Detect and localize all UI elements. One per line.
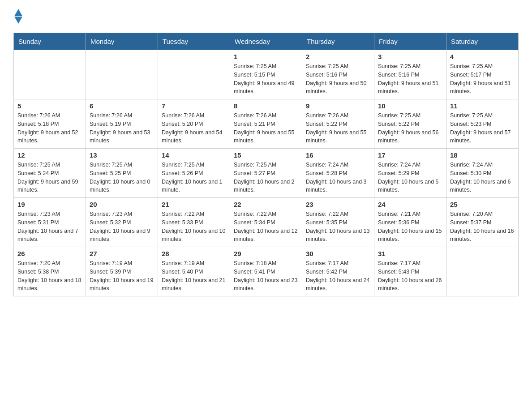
calendar-cell: 11Sunrise: 7:25 AMSunset: 5:23 PMDayligh… — [446, 99, 519, 149]
day-info: Sunrise: 7:26 AMSunset: 5:19 PMDaylight:… — [90, 111, 154, 145]
day-info: Sunrise: 7:20 AMSunset: 5:37 PMDaylight:… — [450, 210, 515, 244]
day-number: 8 — [234, 102, 298, 110]
calendar-cell: 20Sunrise: 7:23 AMSunset: 5:32 PMDayligh… — [86, 198, 158, 247]
day-info: Sunrise: 7:17 AMSunset: 5:43 PMDaylight:… — [378, 259, 442, 293]
calendar-cell: 18Sunrise: 7:24 AMSunset: 5:30 PMDayligh… — [446, 149, 519, 198]
calendar-cell: 7Sunrise: 7:26 AMSunset: 5:20 PMDaylight… — [158, 99, 230, 149]
day-info: Sunrise: 7:25 AMSunset: 5:26 PMDaylight:… — [162, 161, 226, 194]
calendar-cell: 22Sunrise: 7:22 AMSunset: 5:34 PMDayligh… — [230, 198, 302, 247]
calendar-table: SundayMondayTuesdayWednesdayThursdayFrid… — [13, 33, 519, 296]
day-number: 3 — [378, 53, 442, 60]
day-number: 25 — [450, 201, 515, 208]
day-of-week-header: Friday — [374, 33, 446, 50]
calendar-cell: 17Sunrise: 7:24 AMSunset: 5:29 PMDayligh… — [374, 149, 446, 198]
day-of-week-header: Tuesday — [158, 33, 230, 50]
day-info: Sunrise: 7:24 AMSunset: 5:28 PMDaylight:… — [306, 161, 370, 194]
day-number: 24 — [378, 201, 442, 208]
calendar-cell: 25Sunrise: 7:20 AMSunset: 5:37 PMDayligh… — [446, 198, 519, 247]
day-of-week-header: Wednesday — [230, 33, 302, 50]
calendar-cell: 3Sunrise: 7:25 AMSunset: 5:16 PMDaylight… — [374, 50, 446, 99]
calendar-week-row: 19Sunrise: 7:23 AMSunset: 5:31 PMDayligh… — [14, 198, 519, 247]
calendar-cell: 9Sunrise: 7:26 AMSunset: 5:22 PMDaylight… — [302, 99, 374, 149]
day-number: 2 — [306, 53, 370, 60]
calendar-cell: 21Sunrise: 7:22 AMSunset: 5:33 PMDayligh… — [158, 198, 230, 247]
day-info: Sunrise: 7:25 AMSunset: 5:27 PMDaylight:… — [234, 161, 298, 194]
day-info: Sunrise: 7:21 AMSunset: 5:36 PMDaylight:… — [378, 210, 442, 244]
page-header — [13, 9, 519, 24]
calendar-cell: 29Sunrise: 7:18 AMSunset: 5:41 PMDayligh… — [230, 247, 302, 296]
calendar-cell: 30Sunrise: 7:17 AMSunset: 5:42 PMDayligh… — [302, 247, 374, 296]
day-info: Sunrise: 7:22 AMSunset: 5:35 PMDaylight:… — [306, 210, 370, 244]
day-info: Sunrise: 7:25 AMSunset: 5:16 PMDaylight:… — [378, 62, 442, 96]
day-info: Sunrise: 7:25 AMSunset: 5:25 PMDaylight:… — [90, 161, 154, 194]
calendar-cell: 28Sunrise: 7:19 AMSunset: 5:40 PMDayligh… — [158, 247, 230, 296]
calendar-cell — [86, 50, 158, 99]
day-info: Sunrise: 7:23 AMSunset: 5:32 PMDaylight:… — [90, 210, 154, 244]
logo — [13, 9, 22, 24]
day-number: 15 — [234, 151, 298, 159]
calendar-week-row: 1Sunrise: 7:25 AMSunset: 5:15 PMDaylight… — [14, 50, 519, 99]
day-number: 18 — [450, 151, 515, 159]
day-number: 29 — [234, 250, 298, 257]
calendar-header-row: SundayMondayTuesdayWednesdayThursdayFrid… — [14, 33, 519, 50]
day-number: 26 — [17, 250, 82, 257]
day-info: Sunrise: 7:25 AMSunset: 5:16 PMDaylight:… — [306, 62, 370, 96]
day-of-week-header: Saturday — [446, 33, 519, 50]
day-info: Sunrise: 7:26 AMSunset: 5:22 PMDaylight:… — [306, 111, 370, 145]
day-number: 30 — [306, 250, 370, 257]
day-number: 10 — [378, 102, 442, 110]
day-number: 16 — [306, 151, 370, 159]
day-number: 21 — [162, 201, 226, 208]
day-number: 23 — [306, 201, 370, 208]
calendar-cell: 13Sunrise: 7:25 AMSunset: 5:25 PMDayligh… — [86, 149, 158, 198]
day-number: 31 — [378, 250, 442, 257]
calendar-week-row: 5Sunrise: 7:26 AMSunset: 5:18 PMDaylight… — [14, 99, 519, 149]
day-number: 4 — [450, 53, 515, 60]
day-info: Sunrise: 7:19 AMSunset: 5:40 PMDaylight:… — [162, 259, 226, 293]
calendar-cell: 1Sunrise: 7:25 AMSunset: 5:15 PMDaylight… — [230, 50, 302, 99]
day-number: 27 — [90, 250, 154, 257]
day-info: Sunrise: 7:17 AMSunset: 5:42 PMDaylight:… — [306, 259, 370, 293]
calendar-cell: 14Sunrise: 7:25 AMSunset: 5:26 PMDayligh… — [158, 149, 230, 198]
day-number: 20 — [90, 201, 154, 208]
day-number: 5 — [17, 102, 82, 110]
day-info: Sunrise: 7:20 AMSunset: 5:38 PMDaylight:… — [17, 259, 82, 293]
day-info: Sunrise: 7:25 AMSunset: 5:17 PMDaylight:… — [450, 62, 515, 96]
day-info: Sunrise: 7:18 AMSunset: 5:41 PMDaylight:… — [234, 259, 298, 293]
day-info: Sunrise: 7:19 AMSunset: 5:39 PMDaylight:… — [90, 259, 154, 293]
calendar-cell — [446, 247, 519, 296]
day-number: 1 — [234, 53, 298, 60]
calendar-week-row: 26Sunrise: 7:20 AMSunset: 5:38 PMDayligh… — [14, 247, 519, 296]
day-number: 17 — [378, 151, 442, 159]
calendar-cell: 15Sunrise: 7:25 AMSunset: 5:27 PMDayligh… — [230, 149, 302, 198]
day-number: 28 — [162, 250, 226, 257]
day-number: 11 — [450, 102, 515, 110]
day-number: 9 — [306, 102, 370, 110]
calendar-cell: 31Sunrise: 7:17 AMSunset: 5:43 PMDayligh… — [374, 247, 446, 296]
day-info: Sunrise: 7:26 AMSunset: 5:20 PMDaylight:… — [162, 111, 226, 145]
day-number: 6 — [90, 102, 154, 110]
day-of-week-header: Sunday — [14, 33, 86, 50]
day-info: Sunrise: 7:25 AMSunset: 5:15 PMDaylight:… — [234, 62, 298, 96]
calendar-cell: 16Sunrise: 7:24 AMSunset: 5:28 PMDayligh… — [302, 149, 374, 198]
calendar-cell — [14, 50, 86, 99]
calendar-cell: 2Sunrise: 7:25 AMSunset: 5:16 PMDaylight… — [302, 50, 374, 99]
calendar-cell: 24Sunrise: 7:21 AMSunset: 5:36 PMDayligh… — [374, 198, 446, 247]
day-info: Sunrise: 7:22 AMSunset: 5:33 PMDaylight:… — [162, 210, 226, 244]
day-info: Sunrise: 7:24 AMSunset: 5:29 PMDaylight:… — [378, 161, 442, 194]
day-number: 19 — [17, 201, 82, 208]
calendar-cell: 6Sunrise: 7:26 AMSunset: 5:19 PMDaylight… — [86, 99, 158, 149]
calendar-week-row: 12Sunrise: 7:25 AMSunset: 5:24 PMDayligh… — [14, 149, 519, 198]
calendar-cell: 27Sunrise: 7:19 AMSunset: 5:39 PMDayligh… — [86, 247, 158, 296]
calendar-cell: 23Sunrise: 7:22 AMSunset: 5:35 PMDayligh… — [302, 198, 374, 247]
day-info: Sunrise: 7:22 AMSunset: 5:34 PMDaylight:… — [234, 210, 298, 244]
calendar-cell: 19Sunrise: 7:23 AMSunset: 5:31 PMDayligh… — [14, 198, 86, 247]
day-number: 12 — [17, 151, 82, 159]
calendar-cell: 26Sunrise: 7:20 AMSunset: 5:38 PMDayligh… — [14, 247, 86, 296]
calendar-cell — [158, 50, 230, 99]
day-number: 13 — [90, 151, 154, 159]
day-info: Sunrise: 7:25 AMSunset: 5:23 PMDaylight:… — [450, 111, 515, 145]
calendar-cell: 12Sunrise: 7:25 AMSunset: 5:24 PMDayligh… — [14, 149, 86, 198]
day-info: Sunrise: 7:24 AMSunset: 5:30 PMDaylight:… — [450, 161, 515, 194]
day-number: 22 — [234, 201, 298, 208]
